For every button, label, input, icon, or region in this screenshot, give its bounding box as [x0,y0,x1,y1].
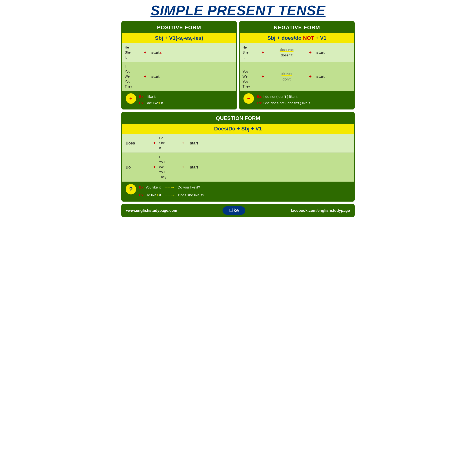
negative-neg-1: does notdoesn't [267,45,306,60]
negative-plus-2b: + [306,72,314,81]
positive-examples: + Ex: I like it. Ex: She likes it. [122,91,236,108]
positive-form-box: POSITIVE FORM Sbj + V1(-s,-es,-ies) HeSh… [121,21,237,109]
positive-row-2: IYouWeYouThey + start [122,62,236,91]
negative-row-1: HeSheIt + does notdoesn't + start [240,43,354,62]
footer-facebook: facebook.com/englishstudypage [291,208,350,213]
negative-plus-1b: + [306,48,314,57]
question-row-1: Does + HeSheIt + start [122,134,354,153]
question-formula: Does/Do + Sbj + V1 [122,124,354,134]
question-examples: ? Ex: You like it. −−→ Do you like it? E… [122,182,354,201]
negative-verb-2: start [314,73,354,81]
question-example-icon: ? [126,184,136,194]
negative-plus-1: + [259,48,267,57]
question-ex-2-orig: Ex: He likes it. [139,192,162,198]
question-subject-2: IYouWeYouThey [158,153,179,182]
question-plus-1: + [151,140,158,146]
footer-website: www.englishstudypage.com [126,208,177,213]
question-result-2: start [187,163,354,171]
negative-example-text: Ex: I do not ( don't ) like it. Ex: She … [257,93,311,106]
positive-plus-2: + [141,72,149,81]
question-plus-2b: + [179,165,187,170]
footer-like: Like [222,206,245,215]
question-arrow-2: −−→ [165,192,175,198]
negative-example-icon: − [243,93,254,104]
question-row-2: Do + IYouWeYouThey + start [122,153,354,182]
negative-subject-1: HeSheIt [240,43,259,62]
positive-verb-2: start [149,73,236,81]
negative-row-2: IYouWeYouThey + do notdon't + start [240,62,354,91]
question-verb-2: Do [122,163,151,172]
question-result-ex-1: Do you like it? [178,185,200,189]
positive-row-1: HeSheIt + starts [122,43,236,62]
question-result-1: start [187,139,354,147]
negative-formula: Sbj + does/do NOT + V1 [240,33,354,43]
negative-form-header: NEGATIVE FORM [240,22,354,33]
positive-plus-1: + [141,48,149,57]
question-verb-1: Does [122,139,151,148]
negative-examples: − Ex: I do not ( don't ) like it. Ex: Sh… [240,91,354,108]
question-subject-1: HeSheIt [158,134,179,153]
negative-plus-2: + [259,72,267,81]
negative-neg-2: do notdon't [267,69,306,84]
question-form-box: QUESTION FORM Does/Do + Sbj + V1 Does + … [121,112,355,202]
question-ex-1-orig: Ex: You like it. [139,184,162,190]
positive-example-icon: + [126,93,136,104]
negative-form-box: NEGATIVE FORM Sbj + does/do NOT + V1 HeS… [239,21,355,109]
question-arrow-1: −−→ [165,185,175,190]
negative-verb-1: start [314,49,354,57]
positive-subject-1: HeSheIt [122,43,141,62]
negative-subject-2: IYouWeYouThey [240,62,259,91]
question-plus-1b: + [179,140,187,146]
positive-verb-1: starts [149,49,236,57]
positive-form-header: POSITIVE FORM [122,22,236,33]
question-result-ex-2: Does she like it? [178,193,204,197]
positive-subject-2: IYouWeYouThey [122,62,141,91]
positive-formula: Sbj + V1(-s,-es,-ies) [122,33,236,43]
positive-example-text: Ex: I like it. Ex: She likes it. [139,93,164,106]
page-title: SIMPLE PRESENT TENSE [121,2,355,18]
question-plus-2: + [151,165,158,170]
footer: www.englishstudypage.com Like facebook.c… [121,204,355,217]
question-form-header: QUESTION FORM [122,113,354,124]
